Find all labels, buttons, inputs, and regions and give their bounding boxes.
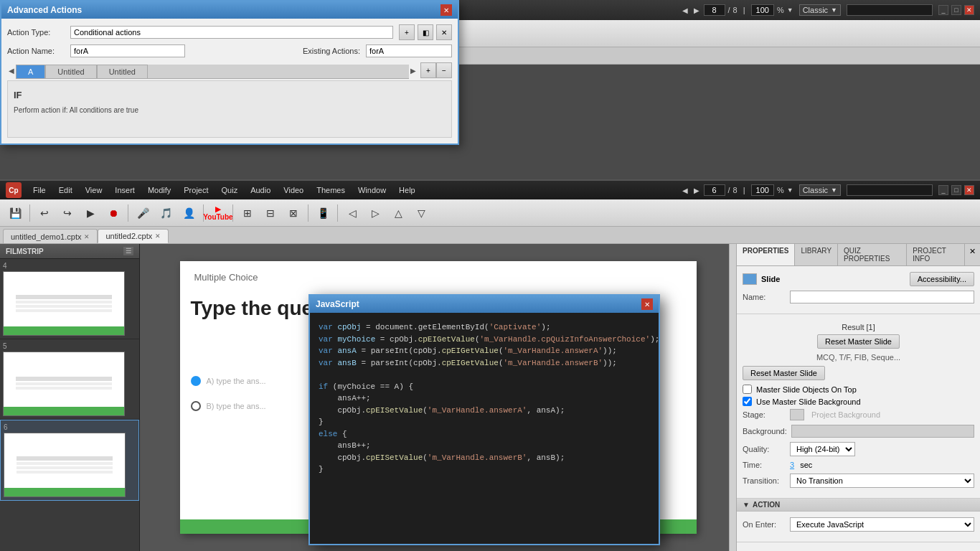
on-enter-select[interactable]: Execute JavaScript xyxy=(790,517,974,532)
filmstrip-menu-btn[interactable]: ☰ xyxy=(123,247,133,255)
s-mic-btn[interactable]: 🎤 xyxy=(132,203,154,223)
remove-tab-btn[interactable]: − xyxy=(436,62,452,78)
s-menu-view[interactable]: View xyxy=(80,184,108,196)
s-sep4 xyxy=(232,204,233,222)
time-value[interactable]: 3 xyxy=(790,461,794,469)
s-menu-themes[interactable]: Themes xyxy=(311,184,351,196)
option-b-row: B) type the ans... xyxy=(191,401,266,411)
add-action-btn[interactable]: + xyxy=(399,24,415,40)
s-maximize-btn[interactable]: □ xyxy=(951,185,961,195)
props-tab-project[interactable]: PROJECT INFO xyxy=(907,244,965,265)
action-name-input[interactable] xyxy=(70,44,185,57)
s-play-btn[interactable]: ▶ xyxy=(80,203,101,223)
minimize-btn[interactable]: _ xyxy=(938,5,948,15)
s-save-btn[interactable]: 💾 xyxy=(4,203,26,223)
current-slide-input[interactable]: 8 xyxy=(704,4,725,16)
canvas-scrollbar[interactable] xyxy=(729,244,736,551)
zoom-chevron[interactable]: ▼ xyxy=(787,6,793,14)
s-tab2[interactable]: untitled2.cptx ✕ xyxy=(98,229,169,243)
s-arrow1-btn[interactable]: ◁ xyxy=(341,203,363,223)
bg-label: Background: xyxy=(743,427,787,435)
existing-actions-select[interactable]: forA xyxy=(366,44,452,57)
tab-prev-btn[interactable]: ◀ xyxy=(7,65,16,76)
s-zoom[interactable]: 100 xyxy=(751,184,774,196)
bg-swatch[interactable] xyxy=(791,425,974,438)
s-zoom-chevron[interactable]: ▼ xyxy=(787,187,793,194)
s-menu-quiz[interactable]: Quiz xyxy=(216,184,244,196)
filmstrip-item-6[interactable]: 6 xyxy=(0,420,139,501)
tab-next-btn[interactable]: ▶ xyxy=(409,65,418,76)
s-prev-btn[interactable]: ◀ xyxy=(681,185,689,196)
s-close-btn[interactable]: ✕ xyxy=(964,185,974,195)
next-slide-btn[interactable]: ▶ xyxy=(692,5,701,16)
reset-master-slide-btn[interactable]: Reset Master Slide xyxy=(817,334,900,349)
s-next-btn[interactable]: ▶ xyxy=(692,185,701,196)
reset-master-btn2[interactable]: Reset Master Slide xyxy=(743,366,825,380)
s-search-input[interactable] xyxy=(847,184,933,196)
use-master-bg-check[interactable] xyxy=(743,397,752,406)
second-tab-bar: untitled_demo1.cptx ✕ untitled2.cptx ✕ xyxy=(0,227,980,244)
action-section: On Enter: Execute JavaScript xyxy=(737,512,980,542)
s-menu-insert[interactable]: Insert xyxy=(109,184,141,196)
s-youtube-btn[interactable]: ▶ YouTube xyxy=(207,203,229,223)
s-minimize-btn[interactable]: _ xyxy=(938,185,948,195)
add-tab-btn[interactable]: + xyxy=(420,62,436,78)
s-menu-window[interactable]: Window xyxy=(352,184,392,196)
props-panel-close[interactable]: ✕ xyxy=(965,244,980,265)
js-close-btn[interactable]: ✕ xyxy=(641,298,653,310)
copy-action-btn[interactable]: ◧ xyxy=(418,24,433,40)
s-arrow2-btn[interactable]: ▷ xyxy=(364,203,386,223)
name-input[interactable] xyxy=(790,291,974,303)
props-tab-library[interactable]: LIBRARY xyxy=(795,244,838,265)
s-music-btn[interactable]: 🎵 xyxy=(155,203,176,223)
master-objects-check[interactable] xyxy=(743,385,752,394)
s-arrow3-btn[interactable]: △ xyxy=(387,203,409,223)
props-tab-quiz[interactable]: QUIZ PROPERTIES xyxy=(838,244,907,265)
s-menu-video[interactable]: Video xyxy=(278,184,309,196)
s-redo-btn[interactable]: ↪ xyxy=(57,203,78,223)
s-menu-audio[interactable]: Audio xyxy=(245,184,276,196)
tab-a[interactable]: A xyxy=(16,65,45,78)
s-tab1[interactable]: untitled_demo1.cptx ✕ xyxy=(3,229,98,243)
s-grid1-btn[interactable]: ⊞ xyxy=(237,203,258,223)
s-menu-file[interactable]: File xyxy=(27,184,52,196)
s-tab1-close[interactable]: ✕ xyxy=(84,233,90,240)
search-input[interactable] xyxy=(847,4,933,16)
maximize-btn[interactable]: □ xyxy=(951,5,961,15)
transition-row: Transition: No Transition xyxy=(743,474,974,488)
accessibility-btn[interactable]: Accessibility... xyxy=(910,272,974,286)
tab-untitled2[interactable]: Untitled xyxy=(97,65,148,78)
s-menu-project[interactable]: Project xyxy=(178,184,214,196)
s-current-slide[interactable]: 6 xyxy=(704,184,725,196)
classic-dropdown[interactable]: Classic ▼ xyxy=(799,4,841,16)
delete-action-btn[interactable]: ✕ xyxy=(436,24,452,40)
second-app-bar: Cp File Edit View Insert Modify Project … xyxy=(0,179,980,199)
s-user-btn[interactable]: 👤 xyxy=(178,203,199,223)
filmstrip-item-5[interactable]: 5 xyxy=(0,339,139,420)
total-slides: 8 xyxy=(733,6,738,14)
dialog-close-btn[interactable]: ✕ xyxy=(440,4,452,16)
zoom-input[interactable]: 100 xyxy=(751,4,774,16)
transition-select[interactable]: No Transition xyxy=(790,474,974,488)
s-tab2-close[interactable]: ✕ xyxy=(155,232,161,240)
close-btn[interactable]: ✕ xyxy=(964,5,974,15)
s-grid2-btn[interactable]: ⊟ xyxy=(260,203,281,223)
s-arrow4-btn[interactable]: ▽ xyxy=(410,203,432,223)
props-tab-properties[interactable]: PROPERTIES xyxy=(737,244,795,265)
s-device-btn[interactable]: 📱 xyxy=(312,203,334,223)
filmstrip-item-4[interactable]: 4 xyxy=(0,259,139,339)
s-grid3-btn[interactable]: ⊠ xyxy=(283,203,304,223)
quality-select[interactable]: High (24-bit) xyxy=(790,442,855,456)
quality-row: Quality: High (24-bit) xyxy=(743,442,974,456)
js-body[interactable]: var cpObj = document.getElementById('Cap… xyxy=(310,313,659,544)
prev-slide-btn[interactable]: ◀ xyxy=(681,5,689,16)
s-menu-modify[interactable]: Modify xyxy=(142,184,176,196)
action-type-select[interactable]: Conditional actions xyxy=(70,26,393,39)
s-classic-dropdown[interactable]: Classic ▼ xyxy=(799,184,841,196)
master-objects-label: Master Slide Objects On Top xyxy=(756,385,857,394)
s-menu-help[interactable]: Help xyxy=(393,184,421,196)
s-undo-btn[interactable]: ↩ xyxy=(34,203,55,223)
tab-untitled1[interactable]: Untitled xyxy=(45,65,96,78)
s-menu-edit[interactable]: Edit xyxy=(53,184,78,196)
s-record-btn[interactable]: ⏺ xyxy=(103,203,124,223)
